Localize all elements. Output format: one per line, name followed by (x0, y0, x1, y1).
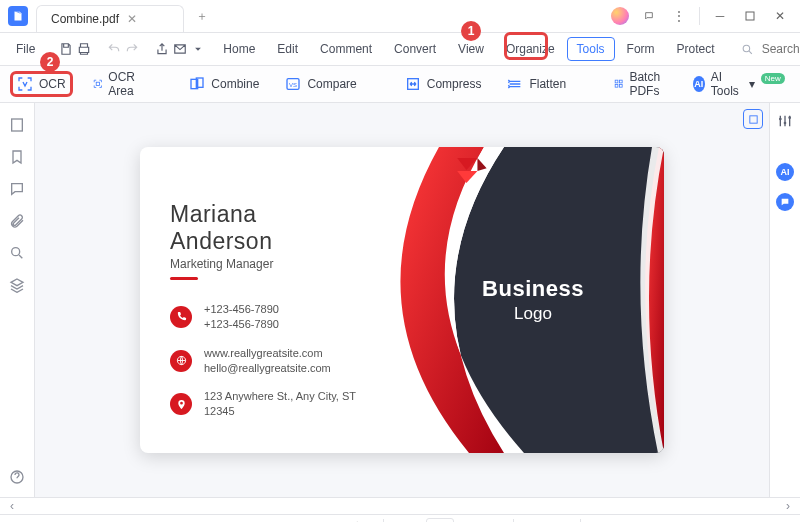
card-name: Mariana Anderson (170, 201, 364, 255)
compress-icon (405, 76, 421, 92)
right-rail: AI (769, 103, 800, 497)
ai-icon: AI (693, 76, 705, 92)
share-icon[interactable] (155, 37, 169, 61)
chevron-down-icon: ▾ (749, 77, 755, 91)
tool-batch-label: Batch PDFs (629, 70, 666, 98)
svg-point-19 (788, 116, 791, 119)
website: www.reallygreatsite.com (204, 346, 331, 361)
email: hello@reallygreatsite.com (204, 361, 331, 376)
ocr-area-icon (93, 76, 103, 92)
flatten-icon (507, 76, 523, 92)
card-graphic: Business Logo (374, 147, 664, 453)
workspace: Business Logo Mariana Anderson Marketing… (0, 103, 800, 497)
horizontal-scrollbar[interactable]: ‹ › (0, 497, 800, 514)
attachments-icon[interactable] (9, 213, 25, 229)
phone-2: +123-456-7890 (204, 317, 279, 332)
thumbnails-icon[interactable] (9, 117, 25, 133)
phone-1: +123-456-7890 (204, 302, 279, 317)
svg-rect-11 (620, 85, 623, 88)
tool-flatten-label: Flatten (529, 77, 566, 91)
logo-subtitle: Logo (514, 304, 552, 324)
bookmarks-icon[interactable] (9, 149, 25, 165)
tool-compress[interactable]: Compress (399, 72, 488, 96)
menu-comment[interactable]: Comment (310, 37, 382, 61)
scroll-right-icon[interactable]: › (780, 499, 796, 513)
ribbon: OCR OCR Area Combine VS Compare Compress… (0, 66, 800, 103)
svg-text:VS: VS (289, 82, 297, 88)
business-card: Business Logo Mariana Anderson Marketing… (140, 147, 664, 453)
redo-icon[interactable] (125, 37, 139, 61)
phone-icon (170, 306, 192, 328)
menu-convert[interactable]: Convert (384, 37, 446, 61)
batch-icon (614, 76, 623, 92)
titlebar: Combine.pdf ✕ ＋ ⋮ ─ ✕ (0, 0, 800, 33)
tool-ai-label: AI Tools (711, 70, 743, 98)
layers-icon[interactable] (9, 277, 25, 293)
address-2: 12345 (204, 404, 356, 419)
compare-icon: VS (285, 76, 301, 92)
tool-flatten[interactable]: Flatten (501, 72, 572, 96)
page-input[interactable] (426, 518, 454, 522)
svg-rect-12 (12, 119, 23, 131)
print-icon[interactable] (77, 37, 91, 61)
window-maximize[interactable] (736, 4, 764, 28)
comments-icon[interactable] (9, 181, 25, 197)
tool-compress-label: Compress (427, 77, 482, 91)
svg-point-1 (743, 45, 750, 52)
search-icon (741, 43, 754, 56)
ai-sidebar-icon[interactable]: AI (776, 163, 794, 181)
window-minimize[interactable]: ─ (706, 4, 734, 28)
svg-point-17 (779, 118, 782, 121)
search-panel-icon[interactable] (9, 245, 25, 261)
close-tab-icon[interactable]: ✕ (127, 12, 137, 26)
app-icon (8, 6, 28, 26)
menu-tools[interactable]: Tools (567, 37, 615, 61)
logo-icon (448, 147, 494, 193)
undo-icon[interactable] (107, 37, 121, 61)
properties-icon[interactable] (777, 113, 793, 129)
ai-chat-icon[interactable] (776, 193, 794, 211)
menu-protect[interactable]: Protect (667, 37, 725, 61)
svg-rect-2 (96, 82, 99, 85)
feedback-icon[interactable] (635, 4, 663, 28)
menu-form[interactable]: Form (617, 37, 665, 61)
new-badge: New (761, 73, 785, 84)
tool-compare[interactable]: VS Compare (279, 72, 362, 96)
globe-icon (170, 350, 192, 372)
document-canvas[interactable]: Business Logo Mariana Anderson Marketing… (35, 103, 769, 497)
menu-organize[interactable]: Organize (496, 37, 565, 61)
dropdown-icon[interactable] (191, 37, 205, 61)
tool-combine-label: Combine (211, 77, 259, 91)
view-mode-icon[interactable] (743, 109, 763, 129)
tool-ocr[interactable]: OCR (10, 71, 73, 97)
add-tab-button[interactable]: ＋ (190, 4, 214, 28)
left-sidebar (0, 103, 35, 497)
tool-batch[interactable]: Batch PDFs (608, 66, 673, 102)
tool-ocr-label: OCR (39, 77, 66, 91)
svg-rect-15 (749, 115, 756, 122)
menu-edit[interactable]: Edit (267, 37, 308, 61)
tool-ocr-area[interactable]: OCR Area (87, 66, 148, 102)
tab-title: Combine.pdf (51, 12, 119, 26)
ocr-icon (17, 76, 33, 92)
address-1: 123 Anywhere St., Any City, ST (204, 389, 356, 404)
save-icon[interactable] (59, 37, 73, 61)
menu-home[interactable]: Home (213, 37, 265, 61)
search-input[interactable] (760, 41, 800, 57)
tool-combine[interactable]: Combine (183, 72, 265, 96)
menu-file[interactable]: File (8, 42, 43, 56)
email-icon[interactable] (173, 37, 187, 61)
window-close[interactable]: ✕ (766, 4, 794, 28)
scroll-left-icon[interactable]: ‹ (4, 499, 20, 513)
help-icon[interactable] (9, 469, 25, 497)
search-tools[interactable] (733, 41, 800, 57)
combine-icon (189, 76, 205, 92)
svg-point-18 (784, 122, 787, 125)
tool-compare-label: Compare (307, 77, 356, 91)
svg-rect-0 (746, 12, 754, 20)
ai-orb-icon[interactable] (611, 7, 629, 25)
kebab-menu-icon[interactable]: ⋮ (665, 4, 693, 28)
svg-rect-8 (615, 80, 618, 83)
tool-ai[interactable]: AI AI Tools ▾ New (687, 66, 791, 102)
document-tab[interactable]: Combine.pdf ✕ (36, 5, 184, 32)
